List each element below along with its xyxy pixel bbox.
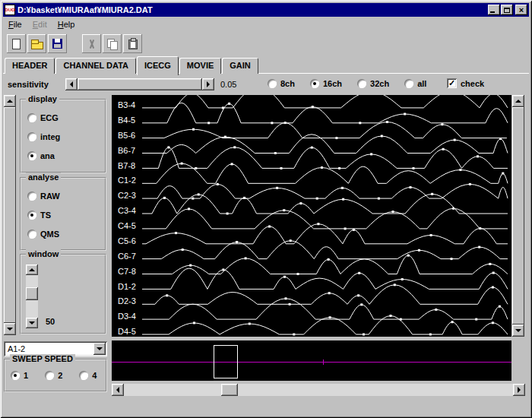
radio-label: QMS: [40, 230, 59, 239]
window-controls: ×: [487, 5, 527, 15]
radio-ts[interactable]: TS: [27, 211, 105, 220]
window-scroll-thumb[interactable]: [26, 287, 38, 300]
up-arrow-icon: [515, 100, 521, 103]
down-arrow-icon: [515, 329, 521, 332]
sweep-strip[interactable]: [112, 340, 511, 381]
sweep-speed-title: SWEEP SPEED: [10, 354, 75, 363]
radio-qms[interactable]: QMS: [27, 230, 105, 239]
radio-speed-4[interactable]: 4: [79, 371, 97, 380]
open-button[interactable]: [27, 34, 46, 53]
paste-icon: [128, 40, 138, 49]
bottom-scroll-right-button[interactable]: [513, 384, 525, 396]
radio-32ch[interactable]: 32ch: [357, 79, 389, 88]
sensitivity-scroll-left-button[interactable]: [65, 78, 78, 90]
bottom-scroll-thumb[interactable]: [221, 384, 238, 396]
radio-speed-2[interactable]: 2: [45, 371, 62, 380]
right-scroll-thumb[interactable]: [512, 107, 524, 325]
minimize-button[interactable]: [488, 5, 500, 15]
radio-label: TS: [40, 211, 51, 220]
radio-ecg[interactable]: ECG: [27, 113, 105, 122]
radio-icon: [404, 79, 413, 88]
channel-label-B4-5: B4-5: [118, 116, 135, 125]
sensitivity-scroll-thumb[interactable]: [78, 78, 202, 90]
plot-area[interactable]: B3-4B4-5B5-6B6-7B7-8C1-2C2-3C3-4C4-5C5-6…: [112, 95, 511, 337]
radio-label: ECG: [40, 113, 59, 122]
sensitivity-scroll-right-button[interactable]: [202, 78, 214, 90]
combo-dropdown-button[interactable]: [93, 343, 106, 355]
radio-raw[interactable]: RAW: [27, 192, 105, 201]
display-group-title: display: [26, 94, 59, 103]
window-scroll-track[interactable]: [26, 275, 38, 318]
menu-bar: FileEditHelp: [3, 17, 529, 31]
right-scroll-up-button[interactable]: [512, 95, 524, 107]
radio-icon: [27, 151, 36, 160]
radio-label: 4: [92, 371, 97, 380]
chevron-down-icon: [97, 347, 103, 350]
save-icon: [52, 39, 62, 49]
channel-label-C2-3: C2-3: [118, 191, 136, 201]
channel-label-C1-2: C1-2: [118, 176, 136, 185]
menu-item-help[interactable]: Help: [52, 18, 81, 30]
radio-all[interactable]: all: [404, 79, 426, 88]
radio-integ[interactable]: integ: [27, 132, 105, 141]
new-button[interactable]: [7, 34, 26, 53]
channel-label-B3-4: B3-4: [118, 100, 135, 110]
save-button[interactable]: [48, 34, 67, 53]
window-value: 50: [46, 317, 55, 326]
right-scroll-down-button[interactable]: [512, 325, 524, 337]
channel-label-D3-4: D3-4: [118, 312, 136, 321]
left-scroll-thumb[interactable]: [4, 107, 16, 323]
left-scroll-down-button[interactable]: [4, 323, 16, 335]
menu-item-file[interactable]: File: [3, 18, 27, 30]
close-button[interactable]: ×: [515, 5, 527, 15]
sweep-position-box[interactable]: [214, 345, 238, 378]
tab-icecg[interactable]: ICECG: [137, 56, 179, 75]
menu-item-edit[interactable]: Edit: [27, 18, 52, 30]
check-checkbox[interactable]: ✓: [447, 78, 457, 88]
channel-count-radios: 8ch16ch32chall: [268, 79, 426, 88]
channel-label-D2-3: D2-3: [118, 296, 136, 306]
bottom-scrollbar[interactable]: [112, 384, 525, 396]
radio-icon: [27, 192, 36, 201]
tab-channel-data[interactable]: CHANNEL DATA: [55, 58, 136, 74]
radio-icon: [11, 371, 20, 380]
right-scrollbar[interactable]: [512, 95, 524, 337]
display-radios: ECGintegana: [21, 100, 105, 160]
window-scrollbar[interactable]: [26, 264, 38, 328]
radio-icon: [268, 79, 277, 88]
channel-label-C5-6: C5-6: [118, 236, 136, 246]
title-bar[interactable]: DUO D:¥basket¥MIURAaf¥MIURA2.DAT ×: [3, 3, 529, 17]
check-option[interactable]: ✓ check: [447, 78, 484, 88]
radio-label: 2: [58, 371, 62, 380]
sensitivity-value: 0.05: [220, 80, 236, 89]
copy-button: [103, 34, 122, 53]
display-group: display ECGintegana: [20, 99, 106, 173]
radio-8ch[interactable]: 8ch: [268, 79, 295, 88]
sweep-baseline: [112, 362, 511, 363]
radio-label: 32ch: [370, 79, 389, 88]
radio-speed-1[interactable]: 1: [11, 371, 28, 380]
maximize-button[interactable]: [501, 5, 513, 15]
left-scrollbar[interactable]: [4, 95, 16, 335]
app-icon-label: DUO: [5, 8, 14, 12]
bottom-scroll-track[interactable]: [124, 384, 513, 396]
tab-movie[interactable]: MOVIE: [179, 58, 221, 74]
left-scroll-up-button[interactable]: [4, 95, 16, 107]
window-scroll-up-button[interactable]: [26, 264, 38, 275]
app-icon[interactable]: DUO: [5, 5, 15, 15]
sensitivity-label: sensitivity: [8, 80, 49, 89]
copy-icon: [107, 39, 118, 49]
left-arrow-icon: [70, 81, 73, 87]
tab-gain[interactable]: GAIN: [222, 58, 258, 74]
channel-label-B6-7: B6-7: [118, 146, 135, 156]
radio-16ch[interactable]: 16ch: [310, 79, 342, 88]
bottom-scroll-left-button[interactable]: [112, 384, 124, 396]
tab-header[interactable]: HEADER: [5, 58, 55, 74]
sensitivity-scrollbar[interactable]: [65, 78, 214, 90]
radio-icon: [45, 371, 54, 380]
window-scroll-down-button[interactable]: [26, 318, 38, 328]
down-arrow-icon: [7, 328, 13, 331]
radio-label: 8ch: [280, 79, 295, 88]
radio-ana[interactable]: ana: [27, 151, 105, 160]
analyse-group-title: analyse: [26, 173, 61, 182]
